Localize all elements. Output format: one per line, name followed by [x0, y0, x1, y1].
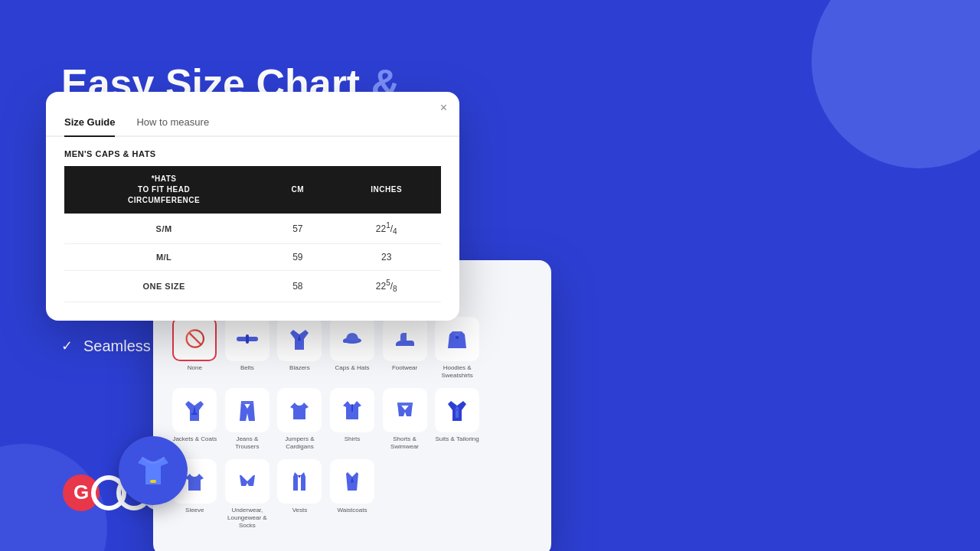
category-label-caps: Caps & Hats — [335, 364, 370, 372]
category-jeans[interactable]: Jeans & Trousers — [224, 388, 271, 452]
category-icon-hoodies — [435, 317, 479, 361]
category-icon-vests — [277, 459, 322, 504]
category-shorts[interactable]: Shorts & Swimwear — [381, 388, 428, 452]
category-label-shirts: Shirts — [345, 435, 360, 443]
category-vests[interactable]: Vests — [276, 459, 323, 530]
table-body: S/M 57 221/4 M/L 59 23 ONE SIZE 58 225/8 — [64, 214, 441, 302]
category-icon-jeans — [225, 388, 270, 432]
category-none[interactable]: 🚫 None — [172, 317, 218, 380]
svg-text:G: G — [74, 481, 89, 504]
col-head-cm: CM — [263, 166, 332, 214]
svg-rect-9 — [456, 410, 459, 418]
category-jackets[interactable]: Jackets & Coats — [172, 388, 218, 452]
category-icon-blazers — [277, 317, 322, 361]
category-icon-suits — [435, 388, 479, 432]
categories-row-2: Jackets & Coats Jeans & Trousers Jumpers… — [172, 388, 533, 452]
table-row: S/M 57 221/4 — [64, 214, 441, 244]
table-row: ONE SIZE 58 225/8 — [64, 271, 441, 302]
categories-row-1: 🚫 None Belts Blazers — [172, 317, 533, 380]
inches-ml: 23 — [332, 244, 441, 271]
category-label-jackets: Jackets & Coats — [172, 435, 217, 443]
category-caps[interactable]: Caps & Hats — [329, 317, 376, 380]
category-label-sleeve: Sleeve — [185, 507, 204, 514]
category-icon-none: 🚫 — [172, 317, 217, 361]
svg-rect-3 — [343, 340, 351, 343]
category-label-none: None — [188, 364, 202, 372]
check-icon: ✓ — [61, 337, 73, 354]
svg-point-4 — [456, 336, 459, 339]
bg-circle-top-right — [812, 0, 980, 168]
size-table: *HATSTO FIT HEADCIRCUMFERENCE CM INCHES … — [64, 166, 441, 302]
category-label-suits: Suits & Tailoring — [436, 435, 479, 443]
svg-rect-1 — [246, 334, 249, 344]
tshirt-bubble — [119, 436, 188, 505]
svg-rect-10 — [150, 480, 156, 483]
category-icon-jackets — [172, 388, 217, 432]
col-head-inches: INCHES — [332, 166, 441, 214]
inches-one: 225/8 — [332, 271, 441, 302]
table-head: *HATSTO FIT HEADCIRCUMFERENCE CM INCHES — [64, 166, 441, 214]
category-footwear[interactable]: Footwear — [381, 317, 428, 380]
tab-size-guide[interactable]: Size Guide — [64, 110, 115, 137]
category-label-shorts: Shorts & Swimwear — [381, 435, 428, 452]
card-body: MEN'S CAPS & HATS *HATSTO FIT HEADCIRCUM… — [46, 137, 459, 321]
category-suits[interactable]: Suits & Tailoring — [434, 388, 481, 452]
category-jumpers[interactable]: Jumpers & Cardigans — [276, 388, 323, 452]
svg-rect-8 — [397, 403, 413, 406]
category-icon-underwear — [225, 459, 270, 504]
category-label-vests: Vests — [292, 507, 308, 514]
cm-one: 58 — [263, 271, 332, 302]
table-title: MEN'S CAPS & HATS — [64, 149, 441, 158]
category-label-waistcoats: Waistcoats — [338, 507, 368, 514]
category-icon-shorts — [383, 388, 427, 432]
category-belts[interactable]: Belts — [224, 317, 271, 380]
svg-rect-6 — [241, 401, 253, 404]
category-label-blazers: Blazers — [289, 364, 310, 372]
col-head-size: *HATSTO FIT HEADCIRCUMFERENCE — [64, 166, 263, 214]
category-shirts[interactable]: Shirts — [329, 388, 376, 452]
category-underwear[interactable]: Underwear, Loungewear & Socks — [224, 459, 271, 530]
category-label-jeans: Jeans & Trousers — [224, 435, 271, 452]
category-icon-caps — [330, 317, 374, 361]
tab-how-to-measure[interactable]: How to measure — [136, 110, 209, 137]
category-icon-footwear — [383, 317, 427, 361]
category-icon-waistcoats — [330, 459, 374, 504]
cm-sm: 57 — [263, 214, 332, 244]
category-icon-shirts — [330, 388, 374, 432]
category-waistcoats[interactable]: Waistcoats — [329, 459, 376, 530]
category-hoodies[interactable]: Hoodies & Sweatshirts — [434, 317, 481, 380]
category-label-underwear: Underwear, Loungewear & Socks — [224, 507, 271, 530]
table-head-row: *HATSTO FIT HEADCIRCUMFERENCE CM INCHES — [64, 166, 441, 214]
size-sm: S/M — [64, 214, 263, 244]
card-tabs: Size Guide How to measure — [46, 110, 459, 137]
category-label-footwear: Footwear — [392, 364, 417, 372]
category-blazers[interactable]: Blazers — [276, 317, 323, 380]
svg-rect-7 — [351, 404, 353, 412]
size-ml: M/L — [64, 244, 263, 271]
size-guide-card: × Size Guide How to measure MEN'S CAPS &… — [46, 92, 459, 321]
category-label-hoodies: Hoodies & Sweatshirts — [434, 364, 481, 380]
category-label-belts: Belts — [240, 364, 254, 372]
cm-ml: 59 — [263, 244, 332, 271]
table-row: M/L 59 23 — [64, 244, 441, 271]
card-header: × — [46, 92, 459, 104]
svg-rect-5 — [191, 413, 198, 415]
close-button[interactable]: × — [440, 101, 447, 115]
inches-sm: 221/4 — [332, 214, 441, 244]
categories-row-3: Sleeve Underwear, Loungewear & Socks Ves… — [172, 459, 533, 530]
size-one: ONE SIZE — [64, 271, 263, 302]
category-icon-jumpers — [277, 388, 322, 432]
category-label-jumpers: Jumpers & Cardigans — [276, 435, 323, 452]
category-icon-belts — [225, 317, 270, 361]
